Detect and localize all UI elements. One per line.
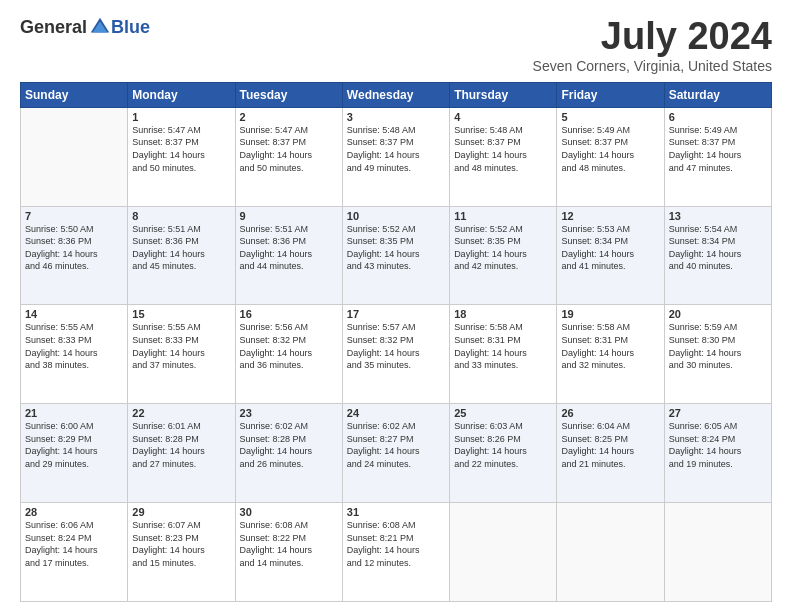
table-row: 3Sunrise: 5:48 AMSunset: 8:37 PMDaylight… bbox=[342, 107, 449, 206]
table-row: 23Sunrise: 6:02 AMSunset: 8:28 PMDayligh… bbox=[235, 404, 342, 503]
table-row: 19Sunrise: 5:58 AMSunset: 8:31 PMDayligh… bbox=[557, 305, 664, 404]
day-number: 24 bbox=[347, 407, 445, 419]
logo-general-text: General bbox=[20, 17, 87, 38]
day-info: Sunrise: 5:55 AMSunset: 8:33 PMDaylight:… bbox=[132, 321, 230, 371]
day-number: 20 bbox=[669, 308, 767, 320]
table-row: 1Sunrise: 5:47 AMSunset: 8:37 PMDaylight… bbox=[128, 107, 235, 206]
day-info: Sunrise: 6:08 AMSunset: 8:22 PMDaylight:… bbox=[240, 519, 338, 569]
table-row: 28Sunrise: 6:06 AMSunset: 8:24 PMDayligh… bbox=[21, 503, 128, 602]
day-info: Sunrise: 5:47 AMSunset: 8:37 PMDaylight:… bbox=[240, 124, 338, 174]
table-row: 4Sunrise: 5:48 AMSunset: 8:37 PMDaylight… bbox=[450, 107, 557, 206]
table-row bbox=[664, 503, 771, 602]
calendar-table: Sunday Monday Tuesday Wednesday Thursday… bbox=[20, 82, 772, 602]
calendar-week-row: 1Sunrise: 5:47 AMSunset: 8:37 PMDaylight… bbox=[21, 107, 772, 206]
day-number: 25 bbox=[454, 407, 552, 419]
day-info: Sunrise: 6:02 AMSunset: 8:28 PMDaylight:… bbox=[240, 420, 338, 470]
table-row: 22Sunrise: 6:01 AMSunset: 8:28 PMDayligh… bbox=[128, 404, 235, 503]
day-number: 6 bbox=[669, 111, 767, 123]
day-number: 16 bbox=[240, 308, 338, 320]
table-row: 14Sunrise: 5:55 AMSunset: 8:33 PMDayligh… bbox=[21, 305, 128, 404]
calendar-week-row: 21Sunrise: 6:00 AMSunset: 8:29 PMDayligh… bbox=[21, 404, 772, 503]
table-row: 20Sunrise: 5:59 AMSunset: 8:30 PMDayligh… bbox=[664, 305, 771, 404]
day-info: Sunrise: 5:56 AMSunset: 8:32 PMDaylight:… bbox=[240, 321, 338, 371]
day-number: 4 bbox=[454, 111, 552, 123]
table-row: 17Sunrise: 5:57 AMSunset: 8:32 PMDayligh… bbox=[342, 305, 449, 404]
table-row: 2Sunrise: 5:47 AMSunset: 8:37 PMDaylight… bbox=[235, 107, 342, 206]
day-info: Sunrise: 6:03 AMSunset: 8:26 PMDaylight:… bbox=[454, 420, 552, 470]
table-row: 31Sunrise: 6:08 AMSunset: 8:21 PMDayligh… bbox=[342, 503, 449, 602]
day-info: Sunrise: 5:57 AMSunset: 8:32 PMDaylight:… bbox=[347, 321, 445, 371]
logo-icon bbox=[89, 16, 111, 38]
header-sunday: Sunday bbox=[21, 82, 128, 107]
table-row: 8Sunrise: 5:51 AMSunset: 8:36 PMDaylight… bbox=[128, 206, 235, 305]
day-info: Sunrise: 5:47 AMSunset: 8:37 PMDaylight:… bbox=[132, 124, 230, 174]
logo: General Blue bbox=[20, 16, 150, 38]
table-row: 29Sunrise: 6:07 AMSunset: 8:23 PMDayligh… bbox=[128, 503, 235, 602]
header-monday: Monday bbox=[128, 82, 235, 107]
table-row: 11Sunrise: 5:52 AMSunset: 8:35 PMDayligh… bbox=[450, 206, 557, 305]
day-number: 17 bbox=[347, 308, 445, 320]
table-row: 24Sunrise: 6:02 AMSunset: 8:27 PMDayligh… bbox=[342, 404, 449, 503]
day-number: 12 bbox=[561, 210, 659, 222]
day-info: Sunrise: 6:02 AMSunset: 8:27 PMDaylight:… bbox=[347, 420, 445, 470]
day-info: Sunrise: 5:49 AMSunset: 8:37 PMDaylight:… bbox=[669, 124, 767, 174]
day-info: Sunrise: 5:49 AMSunset: 8:37 PMDaylight:… bbox=[561, 124, 659, 174]
table-row: 30Sunrise: 6:08 AMSunset: 8:22 PMDayligh… bbox=[235, 503, 342, 602]
table-row: 21Sunrise: 6:00 AMSunset: 8:29 PMDayligh… bbox=[21, 404, 128, 503]
day-number: 1 bbox=[132, 111, 230, 123]
header: General Blue July 2024 Seven Corners, Vi… bbox=[20, 16, 772, 74]
day-number: 22 bbox=[132, 407, 230, 419]
table-row bbox=[21, 107, 128, 206]
day-number: 9 bbox=[240, 210, 338, 222]
day-info: Sunrise: 5:53 AMSunset: 8:34 PMDaylight:… bbox=[561, 223, 659, 273]
title-area: July 2024 Seven Corners, Virginia, Unite… bbox=[533, 16, 772, 74]
calendar-week-row: 14Sunrise: 5:55 AMSunset: 8:33 PMDayligh… bbox=[21, 305, 772, 404]
day-number: 13 bbox=[669, 210, 767, 222]
table-row: 25Sunrise: 6:03 AMSunset: 8:26 PMDayligh… bbox=[450, 404, 557, 503]
table-row: 9Sunrise: 5:51 AMSunset: 8:36 PMDaylight… bbox=[235, 206, 342, 305]
table-row: 5Sunrise: 5:49 AMSunset: 8:37 PMDaylight… bbox=[557, 107, 664, 206]
day-info: Sunrise: 6:07 AMSunset: 8:23 PMDaylight:… bbox=[132, 519, 230, 569]
day-info: Sunrise: 5:51 AMSunset: 8:36 PMDaylight:… bbox=[240, 223, 338, 273]
day-info: Sunrise: 5:55 AMSunset: 8:33 PMDaylight:… bbox=[25, 321, 123, 371]
table-row: 6Sunrise: 5:49 AMSunset: 8:37 PMDaylight… bbox=[664, 107, 771, 206]
day-number: 11 bbox=[454, 210, 552, 222]
table-row: 18Sunrise: 5:58 AMSunset: 8:31 PMDayligh… bbox=[450, 305, 557, 404]
day-number: 27 bbox=[669, 407, 767, 419]
day-number: 28 bbox=[25, 506, 123, 518]
day-info: Sunrise: 5:58 AMSunset: 8:31 PMDaylight:… bbox=[561, 321, 659, 371]
header-saturday: Saturday bbox=[664, 82, 771, 107]
logo-blue-text: Blue bbox=[111, 17, 150, 38]
calendar-header-row: Sunday Monday Tuesday Wednesday Thursday… bbox=[21, 82, 772, 107]
table-row: 26Sunrise: 6:04 AMSunset: 8:25 PMDayligh… bbox=[557, 404, 664, 503]
day-number: 8 bbox=[132, 210, 230, 222]
day-number: 3 bbox=[347, 111, 445, 123]
day-number: 14 bbox=[25, 308, 123, 320]
day-number: 31 bbox=[347, 506, 445, 518]
day-info: Sunrise: 6:05 AMSunset: 8:24 PMDaylight:… bbox=[669, 420, 767, 470]
day-number: 23 bbox=[240, 407, 338, 419]
page: General Blue July 2024 Seven Corners, Vi… bbox=[0, 0, 792, 612]
table-row bbox=[557, 503, 664, 602]
day-info: Sunrise: 5:58 AMSunset: 8:31 PMDaylight:… bbox=[454, 321, 552, 371]
day-number: 26 bbox=[561, 407, 659, 419]
day-number: 21 bbox=[25, 407, 123, 419]
header-thursday: Thursday bbox=[450, 82, 557, 107]
day-info: Sunrise: 5:50 AMSunset: 8:36 PMDaylight:… bbox=[25, 223, 123, 273]
table-row: 16Sunrise: 5:56 AMSunset: 8:32 PMDayligh… bbox=[235, 305, 342, 404]
day-number: 15 bbox=[132, 308, 230, 320]
day-info: Sunrise: 6:00 AMSunset: 8:29 PMDaylight:… bbox=[25, 420, 123, 470]
day-number: 7 bbox=[25, 210, 123, 222]
day-info: Sunrise: 6:08 AMSunset: 8:21 PMDaylight:… bbox=[347, 519, 445, 569]
day-info: Sunrise: 5:52 AMSunset: 8:35 PMDaylight:… bbox=[454, 223, 552, 273]
day-info: Sunrise: 6:04 AMSunset: 8:25 PMDaylight:… bbox=[561, 420, 659, 470]
header-tuesday: Tuesday bbox=[235, 82, 342, 107]
day-number: 5 bbox=[561, 111, 659, 123]
day-number: 2 bbox=[240, 111, 338, 123]
calendar-week-row: 28Sunrise: 6:06 AMSunset: 8:24 PMDayligh… bbox=[21, 503, 772, 602]
day-info: Sunrise: 5:48 AMSunset: 8:37 PMDaylight:… bbox=[454, 124, 552, 174]
day-number: 18 bbox=[454, 308, 552, 320]
day-number: 29 bbox=[132, 506, 230, 518]
location: Seven Corners, Virginia, United States bbox=[533, 58, 772, 74]
day-info: Sunrise: 5:52 AMSunset: 8:35 PMDaylight:… bbox=[347, 223, 445, 273]
